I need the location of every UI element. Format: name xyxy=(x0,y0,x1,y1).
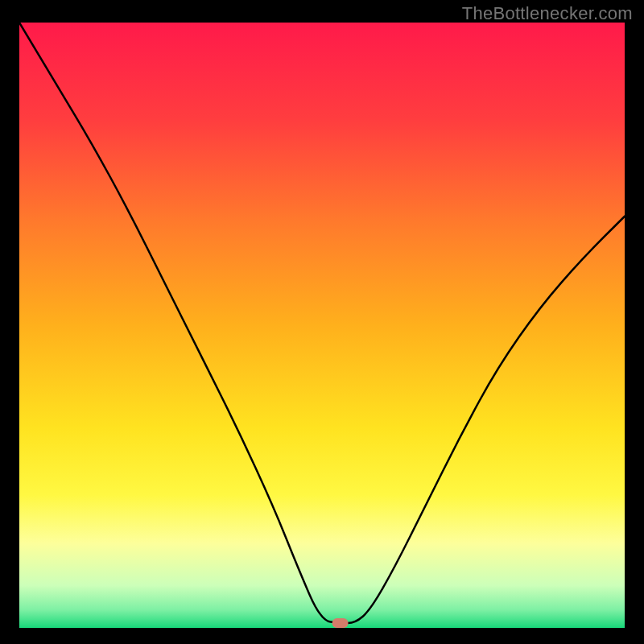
optimal-marker-pill xyxy=(332,618,349,628)
optimal-marker xyxy=(332,618,349,628)
chart-background xyxy=(19,23,625,628)
plot-area xyxy=(19,23,625,628)
watermark-text: TheBottlenecker.com xyxy=(462,3,633,24)
chart-svg xyxy=(19,23,625,628)
chart-frame: TheBottlenecker.com xyxy=(0,0,644,644)
